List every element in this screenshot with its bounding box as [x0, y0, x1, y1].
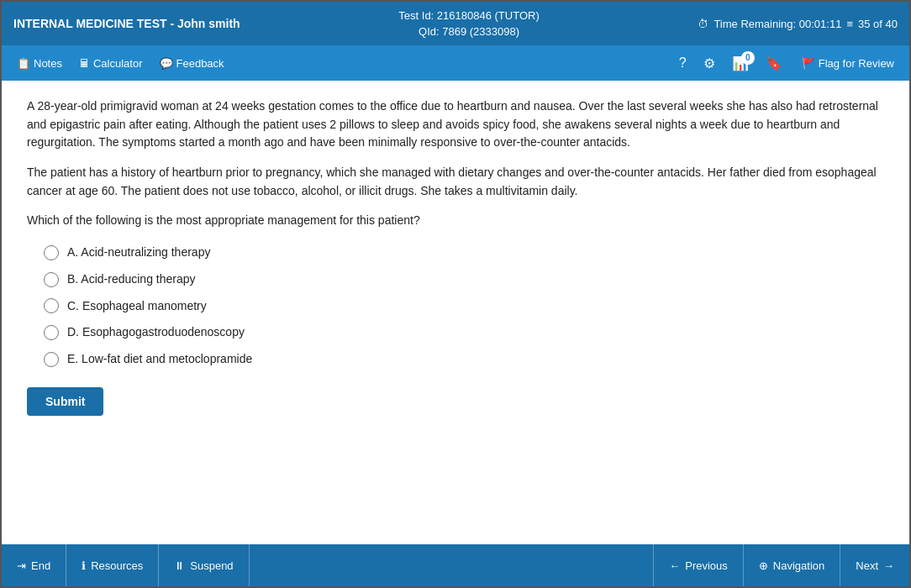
bottom-right-buttons: ← Previous ⊕ Navigation Next →	[653, 544, 909, 586]
radio-d[interactable]	[44, 325, 59, 340]
toolbar-right: ? ⚙ 📊 0 🔖 🚩 Flag for Review	[675, 53, 901, 74]
bottom-bar: ⇥ End ℹ Resources ⏸ Suspend ← Previous ⊕…	[2, 544, 909, 586]
suspend-button[interactable]: ⏸ Suspend	[159, 544, 249, 586]
navigation-button[interactable]: ⊕ Navigation	[743, 544, 840, 586]
toolbar-left: 📋 Notes 🖩 Calculator 💬 Feedback	[10, 54, 668, 73]
progress-display: 35 of 40	[858, 18, 898, 30]
answer-text-b: B. Acid-reducing therapy	[67, 270, 196, 289]
end-button[interactable]: ⇥ End	[2, 544, 66, 586]
title-bar: INTERNAL MEDICINE TEST - John smith Test…	[2, 2, 909, 45]
notes-label: Notes	[34, 57, 62, 70]
bottom-left-buttons: ⇥ End ℹ Resources ⏸ Suspend	[2, 544, 250, 586]
previous-arrow-icon: ←	[669, 559, 680, 572]
question-stem: Which of the following is the most appro…	[27, 212, 884, 230]
next-label: Next	[856, 559, 878, 572]
flag-icon: 🚩	[802, 57, 815, 70]
flag-label: Flag for Review	[819, 57, 894, 70]
clock-icon: ⏱	[698, 18, 708, 30]
next-arrow-icon: →	[883, 559, 894, 572]
answer-option-c[interactable]: C. Esophageal manometry	[44, 297, 884, 316]
answer-option-b[interactable]: B. Acid-reducing therapy	[44, 270, 884, 289]
radio-b[interactable]	[44, 272, 59, 287]
radio-c[interactable]	[44, 298, 59, 313]
answer-text-a: A. Acid-neutralizing therapy	[67, 244, 210, 262]
resources-icon: ℹ	[82, 559, 86, 572]
answer-options: A. Acid-neutralizing therapyB. Acid-redu…	[44, 244, 884, 368]
flag-review-button[interactable]: 🚩 Flag for Review	[795, 54, 901, 73]
feedback-label: Feedback	[176, 57, 224, 70]
settings-button[interactable]: ⚙	[699, 53, 719, 74]
feedback-button[interactable]: 💬 Feedback	[153, 54, 231, 73]
help-button[interactable]: ?	[675, 53, 691, 73]
time-remaining: Time Remaining: 00:01:11	[714, 18, 841, 30]
progress-icon: ≡	[846, 18, 853, 30]
question-paragraph-1: A 28-year-old primigravid woman at 24 we…	[27, 97, 884, 152]
navigation-icon: ⊕	[759, 559, 768, 572]
main-content: A 28-year-old primigravid woman at 24 we…	[2, 81, 909, 544]
notes-icon: 📋	[17, 57, 30, 70]
help-icon: ?	[679, 55, 687, 70]
radio-a[interactable]	[44, 245, 59, 260]
answer-option-e[interactable]: E. Low-fat diet and metoclopramide	[44, 350, 884, 369]
radio-e[interactable]	[44, 352, 59, 367]
next-button[interactable]: Next →	[840, 544, 909, 586]
resources-button[interactable]: ℹ Resources	[66, 544, 159, 586]
answer-option-a[interactable]: A. Acid-neutralizing therapy	[44, 244, 884, 262]
end-label: End	[31, 559, 50, 572]
calculator-button[interactable]: 🖩 Calculator	[72, 54, 150, 73]
app-window: INTERNAL MEDICINE TEST - John smith Test…	[0, 0, 911, 588]
answer-text-e: E. Low-fat diet and metoclopramide	[67, 350, 252, 369]
lab-values-button[interactable]: 📊 0	[728, 53, 753, 74]
feedback-icon: 💬	[160, 57, 173, 70]
submit-button[interactable]: Submit	[27, 387, 103, 416]
notes-button[interactable]: 📋 Notes	[10, 54, 69, 73]
suspend-icon: ⏸	[174, 559, 185, 572]
calculator-label: Calculator	[93, 57, 143, 70]
navigation-label: Navigation	[773, 559, 824, 572]
previous-label: Previous	[685, 559, 728, 572]
title-bar-right: ⏱ Time Remaining: 00:01:11 ≡ 35 of 40	[698, 18, 898, 30]
test-info: Test Id: 216180846 (TUTOR) QId: 7869 (23…	[398, 8, 539, 40]
bookmark-icon: 🔖	[766, 56, 782, 71]
answer-text-c: C. Esophageal manometry	[67, 297, 207, 316]
previous-button[interactable]: ← Previous	[653, 544, 743, 586]
bookmark-button[interactable]: 🔖	[761, 53, 787, 74]
question-id: QId: 7869 (2333098)	[398, 24, 539, 40]
answer-text-d: D. Esophagogastroduodenoscopy	[67, 323, 245, 342]
gear-icon: ⚙	[703, 56, 715, 71]
badge-count: 0	[741, 51, 755, 65]
end-icon: ⇥	[17, 559, 26, 572]
test-id: Test Id: 216180846 (TUTOR)	[398, 8, 539, 24]
toolbar: 📋 Notes 🖩 Calculator 💬 Feedback ? ⚙ 📊 0	[2, 45, 909, 81]
question-paragraph-2: The patient has a history of heartburn p…	[27, 164, 884, 200]
resources-label: Resources	[91, 559, 143, 572]
calculator-icon: 🖩	[79, 57, 90, 70]
suspend-label: Suspend	[190, 559, 233, 572]
answer-option-d[interactable]: D. Esophagogastroduodenoscopy	[44, 323, 884, 342]
test-title: INTERNAL MEDICINE TEST - John smith	[13, 17, 240, 30]
